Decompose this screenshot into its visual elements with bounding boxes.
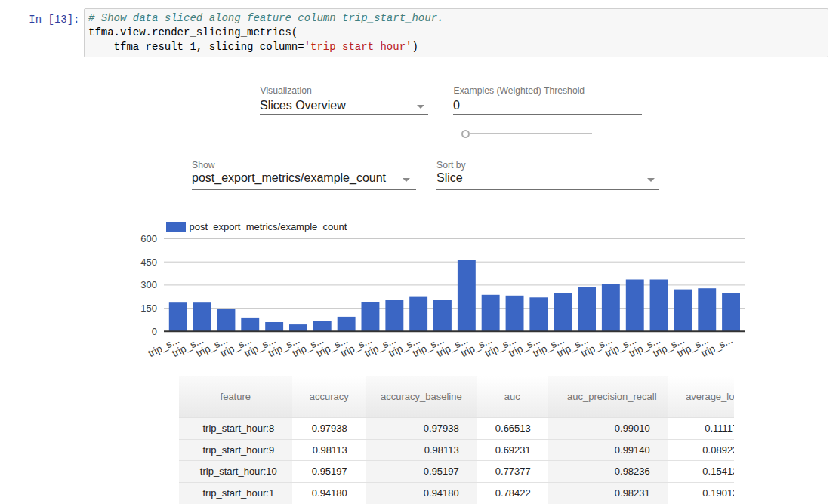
svg-text:600: 600 bbox=[140, 233, 157, 244]
svg-text:450: 450 bbox=[140, 257, 157, 268]
svg-text:0: 0 bbox=[152, 326, 157, 337]
svg-text:post_export_metrics/example_co: post_export_metrics/example_count bbox=[190, 221, 347, 232]
svg-text:300: 300 bbox=[140, 279, 157, 290]
svg-text:150: 150 bbox=[140, 303, 157, 314]
